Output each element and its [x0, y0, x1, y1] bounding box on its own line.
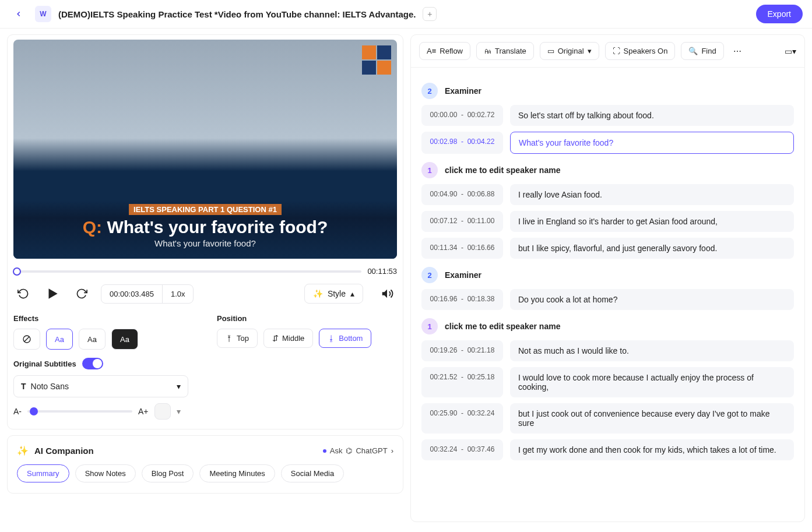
openai-icon: ⌬ [346, 446, 352, 455]
color-picker[interactable] [154, 403, 171, 420]
transcript-text[interactable]: I live in England so it's harder to get … [510, 211, 794, 232]
chip-show-notes[interactable]: Show Notes [75, 464, 136, 482]
timestamp[interactable]: 00:07.12 - 00:11.00 [421, 211, 503, 232]
ai-companion-panel: ✨ AI Companion Ask ⌬ ChatGPT › SummarySh… [7, 435, 403, 494]
caption-text: What's your favorite food? [19, 238, 391, 248]
original-dropdown[interactable]: ▭Original▾ [540, 42, 599, 60]
transcript-text[interactable]: Do you cook a lot at home? [510, 289, 794, 310]
speaker-badge: 2 [421, 267, 438, 283]
original-subtitles-toggle[interactable] [82, 358, 103, 369]
speaker-header[interactable]: 1click me to edit speaker name [421, 318, 794, 334]
forward-button[interactable] [72, 284, 92, 304]
transcript-line[interactable]: 00:11.34 - 00:16.66but I like spicy, fla… [421, 238, 794, 259]
effect-none[interactable] [13, 329, 40, 350]
transcript-text[interactable]: but I like spicy, flavorful, and just ge… [510, 238, 794, 259]
translate-icon: 🗛 [484, 47, 491, 55]
sparkle-icon: ✨ [313, 289, 323, 298]
font-size-slider[interactable] [27, 410, 132, 413]
reflow-button[interactable]: A≡Reflow [419, 42, 470, 60]
sparkle-icon: ✨ [17, 445, 29, 456]
speaker-name[interactable]: Examiner [445, 270, 481, 280]
speaker-badge: 2 [421, 83, 438, 99]
chip-summary[interactable]: Summary [17, 464, 69, 482]
speaker-name[interactable]: click me to edit speaker name [445, 165, 560, 175]
transcript-line[interactable]: 00:02.98 - 00:04.22What's your favorite … [421, 132, 794, 154]
position-middle[interactable]: ⇵Middle [263, 329, 313, 348]
font-decrease-label: A- [13, 407, 22, 416]
timestamp[interactable]: 00:16.96 - 00:18.38 [421, 289, 503, 310]
transcript-text[interactable]: Not as much as I would like to. [510, 340, 794, 361]
export-button[interactable]: Export [756, 5, 803, 23]
speaker-header[interactable]: 2Examiner [421, 267, 794, 283]
add-tab-button[interactable]: + [423, 7, 437, 21]
duration-label: 00:11:53 [367, 267, 397, 276]
translate-button[interactable]: 🗛Translate [476, 42, 534, 60]
transcript-text[interactable]: So let's start off by talking about food… [510, 105, 794, 126]
more-menu[interactable]: ⋯ [730, 44, 745, 58]
timestamp[interactable]: 00:21.52 - 00:25.18 [421, 367, 503, 397]
transcript-text[interactable]: I would love to cook more because I actu… [510, 367, 794, 397]
transcript-line[interactable]: 00:16.96 - 00:18.38Do you cook a lot at … [421, 289, 794, 310]
position-top[interactable]: ⭱Top [217, 329, 258, 348]
transcript-line[interactable]: 00:21.52 - 00:25.18I would love to cook … [421, 367, 794, 397]
chevron-up-icon: ▴ [350, 289, 354, 298]
timestamp[interactable]: 00:02.98 - 00:04.22 [421, 132, 503, 154]
transcript-line[interactable]: 00:00.00 - 00:02.72So let's start off by… [421, 105, 794, 126]
subtitle-overlay: IELTS SPEAKING PART 1 QUESTION #1 Q: Wha… [13, 200, 397, 259]
transcript-text[interactable]: What's your favorite food? [510, 132, 794, 154]
effect-outline[interactable]: Aa [46, 329, 73, 350]
volume-button[interactable] [377, 284, 397, 304]
chip-meeting-minutes[interactable]: Meeting Minutes [199, 464, 275, 482]
speaker-badge: 1 [421, 162, 438, 178]
timestamp[interactable]: 00:32.24 - 00:37.46 [421, 439, 503, 460]
speaker-name[interactable]: Examiner [445, 86, 481, 96]
playback-rate[interactable]: 1.0x [163, 285, 194, 303]
play-button[interactable] [43, 284, 62, 304]
speaker-name[interactable]: click me to edit speaker name [445, 322, 560, 331]
effects-label: Effects [13, 314, 194, 323]
rewind-button[interactable] [13, 284, 33, 304]
font-icon: T [21, 382, 26, 391]
transcript-text[interactable]: I really love Asian food. [510, 184, 794, 205]
transcript-line[interactable]: 00:07.12 - 00:11.00I live in England so … [421, 211, 794, 232]
transcript-panel: A≡Reflow 🗛Translate ▭Original▾ ⛶Speakers… [410, 34, 805, 522]
timestamp[interactable]: 00:11.34 - 00:16.66 [421, 238, 503, 259]
speaker-header[interactable]: 1click me to edit speaker name [421, 162, 794, 178]
speakers-toggle[interactable]: ⛶Speakers On [605, 42, 676, 60]
speaker-header[interactable]: 2Examiner [421, 83, 794, 99]
video-badge: IELTS SPEAKING PART 1 QUESTION #1 [129, 204, 282, 215]
transcript-line[interactable]: 00:19.26 - 00:21.18Not as much as I woul… [421, 340, 794, 361]
position-label: Position [217, 314, 397, 323]
speakers-icon: ⛶ [613, 47, 620, 55]
transcript-text[interactable]: but I just cook out of convenience becau… [510, 403, 794, 434]
chevron-down-icon: ▾ [177, 382, 181, 391]
chevron-down-icon[interactable]: ▾ [177, 407, 181, 416]
font-select[interactable]: T Noto Sans ▾ [13, 375, 188, 397]
position-bottom[interactable]: ⭳Bottom [319, 329, 371, 348]
timestamp[interactable]: 00:19.26 - 00:21.18 [421, 340, 503, 361]
chip-blog-post[interactable]: Blog Post [142, 464, 194, 482]
transcript-line[interactable]: 00:04.90 - 00:06.88I really love Asian f… [421, 184, 794, 205]
style-dropdown[interactable]: ✨ Style ▴ [304, 284, 363, 304]
original-subtitles-label: Original Subtitles [13, 360, 76, 368]
font-increase-label: A+ [138, 407, 149, 416]
transcript-line[interactable]: 00:25.90 - 00:32.24but I just cook out o… [421, 403, 794, 434]
transcript-text[interactable]: I get my work done and then cook for my … [510, 439, 794, 460]
find-button[interactable]: 🔍Find [681, 42, 723, 60]
chevron-down-icon: ▾ [588, 47, 592, 55]
seek-bar[interactable] [13, 270, 361, 273]
transcript-line[interactable]: 00:32.24 - 00:37.46I get my work done an… [421, 439, 794, 460]
video-frame[interactable]: IELTS SPEAKING PART 1 QUESTION #1 Q: Wha… [13, 40, 397, 259]
ask-chatgpt-button[interactable]: Ask ⌬ ChatGPT › [323, 446, 393, 455]
timestamp[interactable]: 00:25.90 - 00:32.24 [421, 403, 503, 434]
view-mode-dropdown[interactable]: ▭▾ [785, 47, 796, 56]
timestamp[interactable]: 00:00.00 - 00:02.72 [421, 105, 503, 126]
timestamp[interactable]: 00:04.90 - 00:06.88 [421, 184, 503, 205]
chip-social-media[interactable]: Social Media [281, 464, 344, 482]
back-button[interactable] [9, 5, 28, 23]
status-dot-icon [323, 449, 326, 453]
effect-dark[interactable]: Aa [111, 329, 138, 350]
effect-plain[interactable]: Aa [79, 329, 106, 350]
current-time[interactable]: 00:00:03.485 [101, 285, 163, 303]
align-top-icon: ⭱ [226, 334, 233, 343]
